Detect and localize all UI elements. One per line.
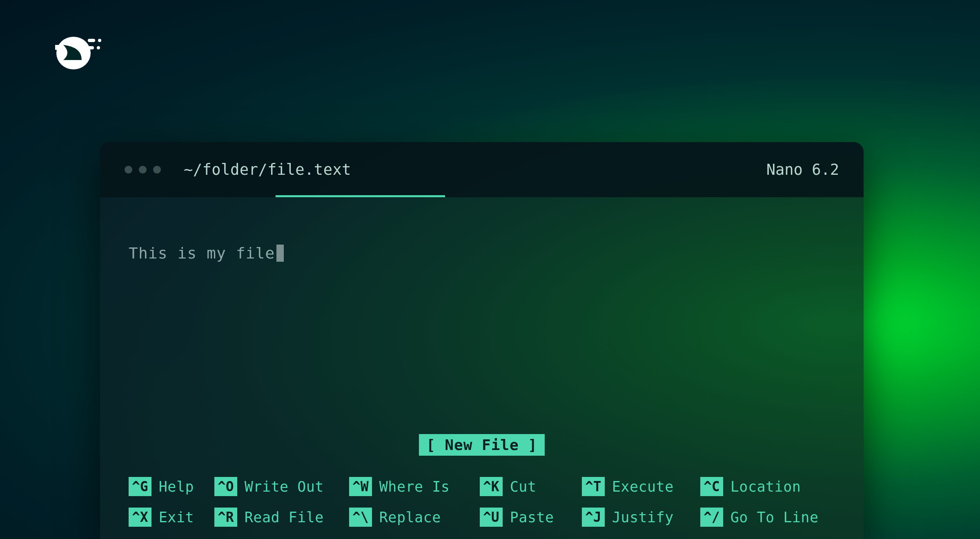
shortcut-key: ^/ bbox=[700, 508, 723, 527]
editor-version: Nano 6.2 bbox=[766, 161, 839, 178]
shortcut-write-out[interactable]: ^O Write Out bbox=[214, 477, 349, 496]
svg-rect-5 bbox=[97, 46, 100, 49]
shortcuts-bar: ^G Help ^O Write Out ^W Where Is ^K Cut … bbox=[129, 477, 835, 527]
terminal-window: ~/folder/file.text Nano 6.2 This is my f… bbox=[100, 142, 864, 539]
shortcut-key: ^X bbox=[129, 508, 151, 527]
window-close-button[interactable] bbox=[125, 166, 132, 174]
shortcut-label: Location bbox=[731, 479, 801, 495]
shortcut-label: Cut bbox=[510, 479, 537, 495]
status-badge: [ New File ] bbox=[419, 434, 545, 456]
shortcut-key: ^R bbox=[214, 508, 237, 527]
shortcut-label: Justify bbox=[612, 509, 674, 526]
shortcut-label: Read File bbox=[245, 509, 324, 526]
shortcut-execute[interactable]: ^T Execute bbox=[582, 477, 700, 496]
shortcut-location[interactable]: ^C Location bbox=[700, 477, 835, 496]
shortcut-label: Execute bbox=[612, 479, 674, 495]
window-controls bbox=[125, 166, 161, 174]
shortcut-exit[interactable]: ^X Exit bbox=[129, 508, 214, 527]
shortcut-key: ^U bbox=[480, 508, 503, 527]
window-minimize-button[interactable] bbox=[139, 166, 147, 174]
shortcut-key: ^T bbox=[582, 477, 605, 496]
shortcut-label: Paste bbox=[510, 509, 554, 526]
content-text: This is my file bbox=[129, 244, 275, 262]
shortcut-key: ^K bbox=[480, 477, 503, 496]
shortcut-key: ^G bbox=[129, 477, 151, 496]
shortcut-replace[interactable]: ^\ Replace bbox=[349, 508, 480, 527]
filepath: ~/folder/file.text bbox=[184, 161, 351, 178]
shortcut-label: Replace bbox=[379, 509, 441, 526]
shortcut-key: ^W bbox=[349, 477, 372, 496]
editor-body[interactable]: This is my file [ New File ] ^G Help ^O … bbox=[100, 197, 864, 539]
shortcut-justify[interactable]: ^J Justify bbox=[582, 508, 700, 527]
shortcut-label: Help bbox=[159, 479, 194, 495]
text-cursor bbox=[276, 245, 284, 262]
svg-rect-2 bbox=[88, 39, 95, 42]
window-maximize-button[interactable] bbox=[153, 166, 161, 174]
shortcut-key: ^O bbox=[214, 477, 237, 496]
shortcut-paste[interactable]: ^U Paste bbox=[480, 508, 582, 527]
shortcut-read-file[interactable]: ^R Read File bbox=[214, 508, 349, 527]
svg-rect-3 bbox=[98, 39, 101, 42]
shortcut-key: ^C bbox=[700, 477, 723, 496]
svg-rect-4 bbox=[84, 46, 94, 49]
file-content[interactable]: This is my file bbox=[129, 244, 835, 262]
shortcut-label: Write Out bbox=[245, 479, 324, 495]
titlebar: ~/folder/file.text Nano 6.2 bbox=[100, 142, 864, 197]
shortcut-help[interactable]: ^G Help bbox=[129, 477, 214, 496]
status-line: [ New File ] bbox=[419, 437, 545, 453]
shortcut-label: Where Is bbox=[379, 479, 450, 495]
shortcut-where-is[interactable]: ^W Where Is bbox=[349, 477, 480, 496]
shortcut-label: Exit bbox=[159, 509, 194, 526]
shortcut-go-to-line[interactable]: ^/ Go To Line bbox=[700, 508, 835, 527]
shortcut-key: ^J bbox=[582, 508, 605, 527]
shortcut-label: Go To Line bbox=[731, 509, 819, 526]
shortcut-cut[interactable]: ^K Cut bbox=[480, 477, 582, 496]
brand-logo bbox=[43, 31, 104, 71]
shortcut-key: ^\ bbox=[349, 508, 372, 527]
